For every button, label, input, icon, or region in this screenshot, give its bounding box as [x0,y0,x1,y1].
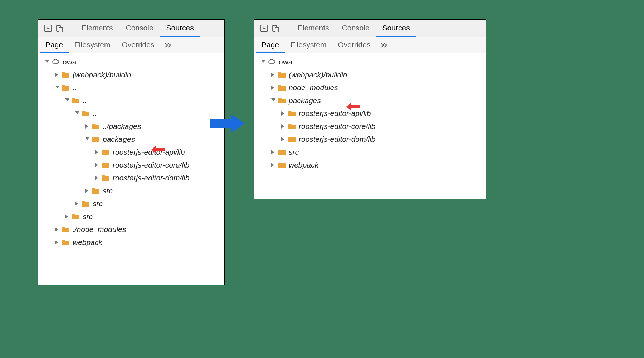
tree-label: webpack [289,161,318,169]
top-tabs: Elements Console Sources [291,20,416,37]
tree-root[interactable]: owa [254,55,486,68]
chevron-down-icon[interactable] [75,111,80,116]
folder-icon [62,84,70,91]
chevron-right-icon[interactable] [55,227,60,232]
chevron-right-icon[interactable] [55,72,60,77]
device-toggle-icon[interactable] [271,24,280,33]
annotation-arrow-left-icon [346,101,361,114]
tree-label: ../packages [103,122,141,131]
chevron-right-icon[interactable] [95,175,100,180]
folder-icon [82,110,90,117]
tab-console[interactable]: Console [119,20,160,37]
chevron-right-icon[interactable] [95,150,100,155]
tree-item-packages[interactable]: packages [254,94,486,107]
file-tree: owa (webpack)/buildin .. .. .. ../packag… [38,53,224,285]
folder-icon [102,174,110,182]
tree-label: packages [103,135,135,144]
chevron-down-icon[interactable] [261,59,266,64]
folder-icon [278,84,286,91]
tree-item[interactable]: webpack [254,159,486,171]
tree-label: ./node_modules [73,225,126,234]
chevron-right-icon[interactable] [75,201,80,206]
tree-item[interactable]: (webpack)/buildin [38,68,224,81]
toolbar-separator [68,24,68,33]
chevron-right-icon[interactable] [65,214,70,219]
tab-console[interactable]: Console [336,20,376,37]
tree-item[interactable]: ./node_modules [38,223,224,236]
subtab-overrides[interactable]: Overrides [332,37,376,53]
chevron-down-icon[interactable] [85,137,90,142]
sources-subtabs: Page Filesystem Overrides [254,37,486,53]
tree-item[interactable]: roosterjs-editor-dom/lib [254,133,486,146]
tree-item[interactable]: ../packages [38,120,224,133]
tree-item[interactable]: src [38,197,224,210]
device-toggle-icon[interactable] [55,24,64,33]
folder-icon [92,123,100,130]
tree-label: src [103,187,113,195]
tree-label: src [83,212,93,221]
chevron-right-icon[interactable] [271,163,276,168]
inspect-icon[interactable] [43,24,53,33]
chevron-down-icon[interactable] [45,59,50,64]
subtab-more-icon[interactable] [160,37,176,53]
tree-item[interactable]: src [254,146,486,159]
chevron-right-icon[interactable] [85,124,90,129]
chevron-down-icon[interactable] [271,98,276,103]
tree-item[interactable]: roosterjs-editor-api/lib [38,146,224,159]
tree-label: owa [63,58,77,66]
chevron-right-icon[interactable] [271,150,276,155]
sources-subtabs: Page Filesystem Overrides [38,37,224,53]
folder-icon [288,110,296,117]
chevron-right-icon[interactable] [271,72,276,77]
tab-sources[interactable]: Sources [160,20,200,37]
subtab-overrides[interactable]: Overrides [116,37,160,53]
tab-sources[interactable]: Sources [376,20,416,37]
subtab-filesystem[interactable]: Filesystem [285,37,332,53]
subtab-more-icon[interactable] [376,37,392,53]
toolbar-separator [284,24,284,33]
tree-label: .. [93,109,97,118]
folder-icon [278,71,286,78]
chevron-right-icon[interactable] [281,137,286,142]
subtab-page[interactable]: Page [256,37,285,53]
folder-icon [72,213,80,220]
tree-item[interactable]: node_modules [254,81,486,94]
tab-elements[interactable]: Elements [291,20,336,37]
tab-elements[interactable]: Elements [75,20,119,37]
devtools-topbar: Elements Console Sources [254,20,486,37]
tree-label: node_modules [289,83,338,92]
tree-item-packages[interactable]: packages [38,133,224,146]
tree-label: src [93,199,103,208]
tree-item[interactable]: src [38,210,224,223]
inspect-icon[interactable] [259,24,269,33]
chevron-down-icon[interactable] [55,85,60,90]
subtab-filesystem[interactable]: Filesystem [69,37,116,53]
tree-item[interactable]: roosterjs-editor-core/lib [254,120,486,133]
tree-label: (webpack)/buildin [73,71,131,79]
tree-item[interactable]: .. [38,94,224,107]
tree-root[interactable]: owa [38,55,224,68]
tree-item[interactable]: (webpack)/buildin [254,68,486,81]
tree-item[interactable]: webpack [38,236,224,249]
tree-label: packages [289,96,321,105]
cloud-icon [268,58,276,66]
tree-item[interactable]: roosterjs-editor-core/lib [38,159,224,171]
chevron-right-icon[interactable] [55,240,60,245]
chevron-right-icon[interactable] [85,188,90,193]
tree-item[interactable]: roosterjs-editor-dom/lib [38,171,224,184]
annotation-arrow-left-icon [151,144,166,157]
chevron-right-icon[interactable] [281,111,286,116]
tree-item[interactable]: .. [38,107,224,120]
folder-icon [288,136,296,143]
tree-item[interactable]: src [38,184,224,197]
tree-item[interactable]: roosterjs-editor-api/lib [254,107,486,120]
chevron-right-icon[interactable] [281,124,286,129]
subtab-page[interactable]: Page [40,37,69,53]
chevron-down-icon[interactable] [65,98,70,103]
tree-item[interactable]: .. [38,81,224,94]
folder-icon [102,149,110,156]
chevron-right-icon[interactable] [95,163,100,168]
folder-icon [278,161,286,169]
folder-icon [72,97,80,104]
chevron-right-icon[interactable] [271,85,276,90]
